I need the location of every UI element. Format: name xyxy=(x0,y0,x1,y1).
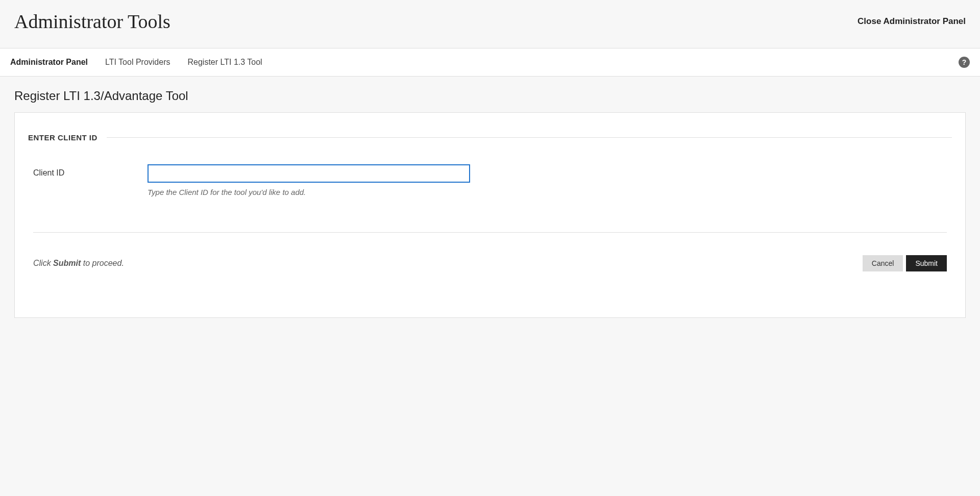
content-box: ENTER CLIENT ID Client ID Type the Clien… xyxy=(14,112,966,318)
breadcrumb-item-register-lti-tool[interactable]: Register LTI 1.3 Tool xyxy=(188,58,262,67)
form-divider xyxy=(33,232,947,233)
help-icon[interactable]: ? xyxy=(959,57,970,68)
client-id-hint: Type the Client ID for the tool you'd li… xyxy=(148,188,470,196)
client-id-field-column: Type the Client ID for the tool you'd li… xyxy=(148,164,470,196)
footer-hint-strong: Submit xyxy=(53,259,81,267)
submit-button[interactable]: Submit xyxy=(906,255,947,271)
close-admin-panel-link[interactable]: Close Administrator Panel xyxy=(857,16,966,27)
cancel-button[interactable]: Cancel xyxy=(863,255,903,271)
page-title: Register LTI 1.3/Advantage Tool xyxy=(14,89,966,103)
section-header-row: ENTER CLIENT ID xyxy=(28,133,952,142)
header-bar: Administrator Tools Close Administrator … xyxy=(0,0,980,48)
footer-row: Click Submit to proceed. Cancel Submit xyxy=(28,255,952,271)
header-title: Administrator Tools xyxy=(14,10,170,33)
button-group: Cancel Submit xyxy=(863,255,947,271)
breadcrumb-bar: Administrator Panel LTI Tool Providers R… xyxy=(0,48,980,77)
client-id-input[interactable] xyxy=(148,164,470,183)
footer-hint-prefix: Click xyxy=(33,259,53,267)
breadcrumb-item-admin-panel[interactable]: Administrator Panel xyxy=(10,58,88,67)
footer-hint-suffix: to proceed. xyxy=(81,259,124,267)
breadcrumb: Administrator Panel LTI Tool Providers R… xyxy=(10,58,262,67)
footer-hint: Click Submit to proceed. xyxy=(33,259,124,268)
page-title-section: Register LTI 1.3/Advantage Tool xyxy=(0,77,980,112)
breadcrumb-item-lti-tool-providers[interactable]: LTI Tool Providers xyxy=(105,58,170,67)
section-divider-line xyxy=(107,137,952,138)
client-id-label: Client ID xyxy=(33,164,148,178)
form-row-client-id: Client ID Type the Client ID for the too… xyxy=(28,164,952,196)
section-header: ENTER CLIENT ID xyxy=(28,133,107,142)
